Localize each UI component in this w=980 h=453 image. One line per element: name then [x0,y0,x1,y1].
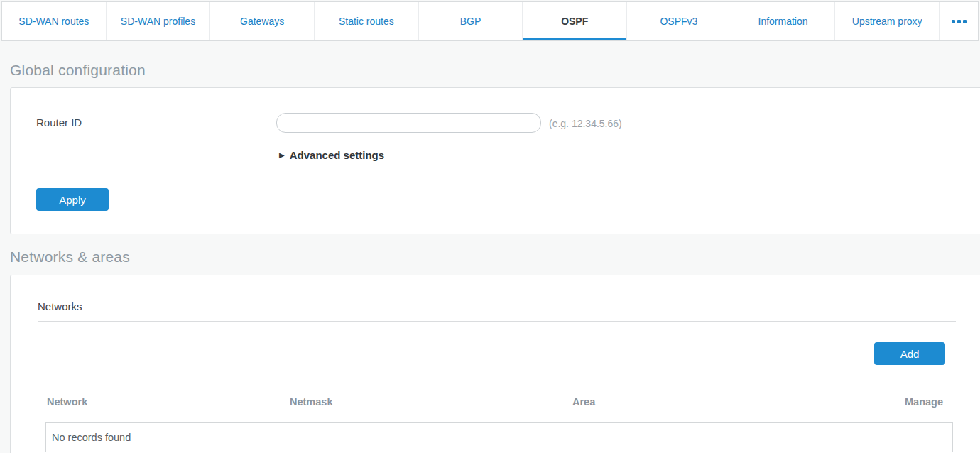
networks-areas-title: Networks & areas [10,249,980,266]
ellipsis-icon [963,20,967,23]
global-configuration-title: Global configuration [10,62,980,79]
tab-sd-wan-profiles[interactable]: SD-WAN profiles [107,2,211,40]
column-header-manage: Manage [861,396,953,408]
global-configuration-panel: Router ID (e.g. 12.34.5.66) ▶ Advanced s… [10,87,980,234]
tab-ospfv3[interactable]: OSPFv3 [627,2,731,40]
more-tabs-button[interactable] [940,2,978,40]
add-network-button[interactable]: Add [874,342,945,365]
tab-ospf[interactable]: OSPF [523,2,627,40]
no-records-text: No records found [52,432,131,443]
router-id-input[interactable] [276,113,541,133]
tab-upstream-proxy[interactable]: Upstream proxy [835,2,940,40]
router-id-label: Router ID [36,113,276,129]
tab-information[interactable]: Information [731,2,836,40]
networks-areas-panel: Networks Add Network Netmask Area Manage… [10,275,980,453]
networks-subsection-title: Networks [38,300,956,322]
column-header-netmask: Netmask [290,396,572,408]
ellipsis-icon [952,20,955,23]
networks-table-header: Network Netmask Area Manage [38,396,953,408]
advanced-settings-toggle[interactable]: ▶ Advanced settings [279,149,980,161]
tab-gateways[interactable]: Gateways [210,2,315,40]
column-header-area: Area [572,396,861,408]
apply-button[interactable]: Apply [36,188,109,211]
tab-bgp[interactable]: BGP [419,2,523,40]
routing-tabbar: SD-WAN routes SD-WAN profiles Gateways S… [1,1,979,41]
caret-right-icon: ▶ [279,151,285,159]
add-row: Add [38,342,956,365]
ellipsis-icon [957,20,961,23]
advanced-settings-label: Advanced settings [290,149,384,161]
tab-static-routes[interactable]: Static routes [315,2,419,40]
page-content: Global configuration Router ID (e.g. 12.… [0,62,980,453]
router-id-row: Router ID (e.g. 12.34.5.66) [36,113,980,133]
tab-sd-wan-routes[interactable]: SD-WAN routes [2,2,107,40]
router-id-hint: (e.g. 12.34.5.66) [549,113,622,129]
column-header-network: Network [38,396,290,408]
networks-table-empty-row: No records found [45,422,953,452]
